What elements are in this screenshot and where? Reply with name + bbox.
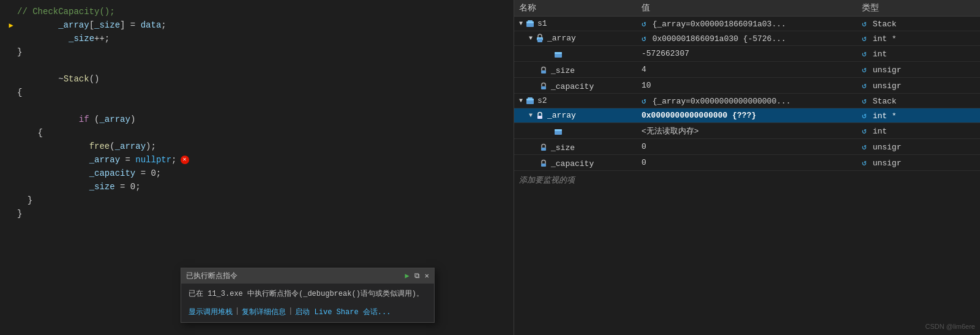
watch-name-s2-size: _size: [514, 139, 637, 155]
popup-play-icon[interactable]: ▶: [405, 271, 410, 280]
watch-row-s1-array-val: -572662307 ↺ int: [514, 46, 980, 62]
watch-type-s2-array-val: ↺ int: [857, 123, 980, 139]
code-line: {: [0, 86, 514, 99]
watch-name-s1-array: ▼ _array: [514, 31, 637, 46]
watch-row-s1: ▼ s1 ↺ {_array=0x000001866091a03... ↺: [514, 17, 980, 31]
expand-icon-s2[interactable]: ▼: [519, 97, 523, 104]
expand-icon-s1-array[interactable]: ▼: [529, 35, 533, 42]
svg-rect-11: [541, 86, 546, 89]
watch-value-s1: ↺ {_array=0x000001866091a03...: [637, 17, 857, 31]
watch-row-s1-capacity: _capacity 10 ↺ unsigr: [514, 78, 980, 94]
watch-row-s2-array-val: <无法读取内存> ↺ int: [514, 123, 980, 139]
code-line: if (_array): [0, 113, 514, 126]
watch-row-s1-size: _size 4 ↺ unsigr: [514, 62, 980, 78]
watch-type-s1-size: ↺ unsigr: [857, 62, 980, 78]
box-icon-s1-val: [553, 50, 563, 59]
popup-header-left: 已执行断点指令: [186, 271, 238, 281]
watch-value-s2: ↺ {_array=0x0000000000000000...: [637, 94, 857, 108]
watch-type-s1-cap: ↺ unsigr: [857, 78, 980, 94]
watch-name-text-s2-size: _size: [551, 143, 575, 152]
watch-row-s1-array: ▼ _array ↺ 0x000001866091a030 {-5726...: [514, 31, 980, 46]
popup-close-button[interactable]: ✕: [425, 271, 429, 280]
watch-value-s2-cap: 0: [637, 155, 857, 171]
execution-arrow: ▶: [9, 21, 13, 30]
header-name: 名称: [514, 0, 637, 17]
watch-row-s2: ▼ s2 ↺ {_array=0x0000000000000000... ↺: [514, 94, 980, 108]
lock-icon-s1-size: [539, 66, 548, 75]
header-type: 类型: [857, 0, 980, 17]
lock-icon-s2-cap: [539, 159, 548, 168]
code-line: }: [0, 207, 514, 220]
popup-header: 已执行断点指令 ▶ ⧉ ✕: [181, 268, 434, 284]
svg-rect-19: [541, 164, 546, 167]
add-watch-label[interactable]: 添加要监视的项: [514, 171, 980, 189]
popup-link-callstack[interactable]: 显示调用堆栈: [189, 307, 233, 317]
watch-row-s2-size: _size 0 ↺ unsigr: [514, 139, 980, 155]
watch-value-s1-array: ↺ 0x000001866091a030 {-5726...: [637, 31, 857, 46]
watch-value-s2-array-val: <无法读取内存>: [637, 123, 857, 139]
svg-rect-17: [555, 129, 562, 131]
popup-pin-icon[interactable]: ⧉: [414, 272, 420, 280]
svg-rect-14: [526, 99, 534, 100]
watch-row-s2-array: ▼ _array 0x0000000000000000 {???} ↺ int …: [514, 108, 980, 123]
expand-icon-s2-array[interactable]: ▼: [529, 112, 533, 119]
expand-icon-s1[interactable]: ▼: [519, 20, 523, 27]
popup-link-copy[interactable]: 复制详细信息: [242, 307, 286, 317]
code-line: }: [0, 45, 514, 59]
watch-name-s2-array-val: [514, 123, 637, 139]
watch-value-s1-cap: 10: [637, 78, 857, 94]
code-editor: // CheckCapacity(); ▶ _array[_size] = da…: [0, 0, 514, 335]
header-value: 值: [637, 0, 857, 17]
lock-icon-s1-array: [535, 34, 545, 43]
watch-type-s2: ↺ Stack: [857, 94, 980, 108]
popup-link-liveshare[interactable]: 启动 Live Share 会话...: [295, 307, 391, 317]
refresh-icon-s1[interactable]: ↺: [641, 20, 646, 29]
stack-icon-s1: [525, 19, 535, 29]
box-icon-s2-val: [553, 127, 563, 137]
code-content: // CheckCapacity(); ▶ _array[_size] = da…: [0, 0, 514, 225]
popup-header-icons: ▶ ⧉ ✕: [405, 271, 429, 280]
watch-name-text-s1-size: _size: [551, 66, 575, 75]
watch-value-s1-array-val: -572662307: [637, 46, 857, 62]
watch-name-s1-capacity: _capacity: [514, 78, 637, 94]
watch-type-s2-array: ↺ int *: [857, 108, 980, 123]
watch-name-text-s1-cap: _capacity: [551, 82, 594, 91]
code-line: _size = 0;: [0, 180, 514, 194]
watch-name-s2-array: ▼ _array: [514, 108, 637, 123]
popup-body: 已在 11_3.exe 中执行断点指令(_debugbreak()语句或类似调用…: [181, 284, 434, 304]
code-line: ~Stack(): [0, 72, 514, 86]
refresh-icon-type-s1: ↺: [862, 20, 867, 29]
popup-title: 已执行断点指令: [186, 271, 238, 281]
stack-icon-s2: [525, 96, 535, 106]
current-line-indicator: ▶: [5, 21, 17, 30]
watch-type-s1: ↺ Stack: [857, 17, 980, 31]
svg-rect-9: [555, 52, 562, 54]
watch-name-text-s2-array: _array: [547, 111, 576, 120]
watch-table: 名称 值 类型 ▼ s1: [514, 0, 980, 171]
watch-name-s1-size: _size: [514, 62, 637, 78]
watch-value-s2-size: 0: [637, 139, 857, 155]
svg-rect-10: [541, 70, 546, 73]
watch-row-s2-capacity: _capacity 0 ↺ unsigr: [514, 155, 980, 171]
watch-name-text-s2-cap: _capacity: [551, 159, 594, 168]
lock-icon-s2-size: [539, 143, 548, 152]
watch-type-s1-array-val: ↺ int: [857, 46, 980, 62]
code-line: }: [0, 194, 514, 207]
code-line: _size++;: [0, 32, 514, 45]
watch-name-text-s2: s2: [537, 96, 547, 105]
watch-type-s2-size: ↺ unsigr: [857, 139, 980, 155]
watch-type-s1-array: ↺ int *: [857, 31, 980, 46]
popup-links: 显示调用堆栈 | 复制详细信息 | 启动 Live Share 会话...: [181, 304, 434, 322]
watch-header-row: 名称 值 类型: [514, 0, 980, 17]
watch-name-s2-cap: _capacity: [514, 155, 637, 171]
watch-name-text-s1-array: _array: [547, 34, 576, 43]
refresh-icon-s1-array[interactable]: ↺: [641, 34, 646, 43]
svg-rect-7: [537, 39, 542, 42]
watch-value-s1-size: 4: [637, 62, 857, 78]
watch-name-s1-array-val: [514, 46, 637, 62]
svg-rect-15: [537, 116, 542, 119]
lock-icon-s2-array: [535, 111, 545, 121]
svg-rect-4: [526, 21, 534, 23]
watch-name-s1: ▼ s1: [514, 17, 637, 31]
refresh-icon-s2[interactable]: ↺: [641, 97, 646, 106]
